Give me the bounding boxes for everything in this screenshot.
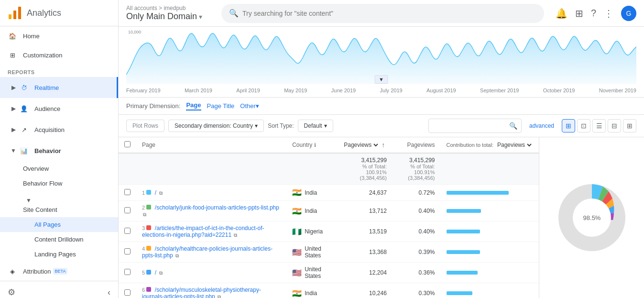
row6-link-icon[interactable]: ⧉: [218, 294, 221, 298]
month-may: May 2019: [284, 88, 307, 93]
row4-num-page: 4 /scholarly/healthcare-policies-journal…: [136, 242, 286, 263]
sidebar-sub-overview[interactable]: Overview: [0, 161, 118, 176]
chart-dropdown-btn[interactable]: ▼: [374, 75, 388, 84]
overview-label: Overview: [23, 165, 49, 172]
sidebar-sub-site-content[interactable]: ▼ Site Content: [0, 191, 118, 217]
data-table: Page Country ℹ Pageviews: [119, 137, 539, 298]
row3-link-icon[interactable]: ⧉: [234, 232, 237, 238]
realtime-collapse-icon[interactable]: ▶: [8, 82, 19, 93]
other-chevron-icon: ▾: [256, 102, 259, 110]
table-row: 2 /scholarly/junk-food-journals-articles…: [119, 201, 539, 221]
advanced-link[interactable]: advanced: [529, 122, 554, 129]
table-search-icon[interactable]: 🔍: [509, 122, 517, 130]
realtime-icon: ⏱: [19, 83, 29, 92]
row4-checkbox[interactable]: [124, 248, 131, 254]
row1-checkbox[interactable]: [124, 189, 131, 195]
pivot-view-icon[interactable]: ⊟: [608, 119, 621, 132]
site-content-collapse-icon[interactable]: ▼: [23, 195, 34, 206]
row5-checkbox[interactable]: [124, 269, 131, 275]
row1-page-link[interactable]: /: [155, 189, 156, 196]
row1-link-icon[interactable]: ⧉: [159, 190, 163, 196]
compare-view-icon[interactable]: ⊡: [577, 119, 590, 132]
sidebar-item-customization[interactable]: ⊞ Customization: [0, 45, 118, 65]
sort-type-select[interactable]: Default ▾: [298, 120, 333, 132]
row3-bar: [441, 221, 539, 242]
row1-pct: 0.72%: [393, 185, 441, 201]
dim-other-dropdown[interactable]: Other ▾: [240, 102, 259, 110]
table-row: 1 / ⧉ 🇮🇳 India 24,63: [119, 185, 539, 201]
row4-link-icon[interactable]: ⧉: [175, 253, 179, 258]
plot-rows-button[interactable]: Plot Rows: [126, 120, 164, 132]
sidebar-item-realtime-label: Realtime: [34, 84, 59, 91]
sidebar-sub-content-drilldown[interactable]: Content Drilldown: [0, 232, 118, 247]
sidebar-sub-landing-pages[interactable]: Landing Pages: [0, 247, 118, 262]
pie-container: 98.5%: [549, 137, 635, 298]
list-view-icon[interactable]: ☰: [592, 119, 606, 132]
svg-rect-0: [9, 14, 11, 19]
main-content: All accounts > imedpub Only Main Domain …: [119, 0, 644, 298]
row2-page-link[interactable]: /scholarly/junk-food-journals-articles-p…: [155, 204, 279, 211]
row5-num-page: 5 / ⧉: [136, 263, 286, 283]
row1-country-name: India: [305, 189, 317, 196]
row3-checkbox[interactable]: [124, 228, 131, 234]
row6-checkbox[interactable]: [124, 289, 131, 296]
secondary-dim-chevron-icon: ▾: [255, 122, 258, 129]
row2-link-icon[interactable]: ⧉: [143, 212, 146, 217]
dim-page-link[interactable]: Page: [186, 101, 201, 110]
th-contribution: Contribution to total: Pageviews: [441, 137, 539, 153]
behavior-collapse-icon[interactable]: ▼: [8, 145, 19, 156]
avatar[interactable]: G: [621, 6, 636, 21]
row3-pct: 0.40%: [393, 221, 441, 242]
row4-page-link[interactable]: /scholarly/healthcare-policies-journals-…: [142, 245, 273, 259]
sidebar-item-audience[interactable]: ▶ 👤 Audience: [0, 98, 118, 119]
row3-country-name: Nigeria: [305, 228, 323, 235]
all-pages-label: All Pages: [34, 221, 61, 228]
sidebar-item-audience-label: Audience: [34, 105, 60, 112]
row3-bar-fill: [447, 230, 480, 233]
pageviews-metric-select[interactable]: Pageviews: [342, 141, 380, 149]
more-icon[interactable]: ⋮: [604, 8, 613, 19]
sidebar-item-behavior[interactable]: ▼ 📊 Behavior: [0, 140, 118, 161]
table-search-input[interactable]: [433, 122, 509, 129]
dim-page-title-link[interactable]: Page Title: [207, 102, 235, 110]
row5-country: 🇺🇸 United States: [286, 263, 336, 283]
sidebar-item-attribution[interactable]: ◈ Attribution BETA: [0, 262, 118, 281]
row3-page-link[interactable]: /articles/the-impact-of-ict-in-the-condu…: [142, 225, 264, 238]
attribution-icon: ◈: [8, 266, 17, 276]
audience-collapse-icon[interactable]: ▶: [8, 103, 19, 114]
beta-badge: BETA: [53, 268, 68, 275]
sidebar-item-home[interactable]: 🏠 Home: [0, 26, 118, 45]
search-input[interactable]: [242, 10, 536, 17]
sidebar-item-acquisition[interactable]: ▶ ↗ Acquisition: [0, 119, 118, 140]
row1-bar-fill: [447, 191, 509, 195]
sidebar-collapse-icon[interactable]: ‹: [108, 287, 110, 298]
row6-page-link[interactable]: /scholarly/musculoskeletal-physiotherapy…: [142, 287, 261, 298]
secondary-dim-select[interactable]: Secondary dimension: Country ▾: [168, 120, 264, 132]
month-feb: February 2019: [126, 88, 161, 93]
sidebar-item-realtime[interactable]: ▶ ⏱ Realtime: [0, 77, 118, 98]
sidebar-sub-all-pages[interactable]: All Pages: [0, 217, 118, 232]
table-search[interactable]: 🔍: [428, 119, 522, 133]
country-info-icon[interactable]: ℹ: [314, 142, 316, 148]
notifications-icon[interactable]: 🔔: [556, 8, 568, 19]
row5-link-icon[interactable]: ⧉: [159, 270, 163, 276]
month-sep: September 2019: [480, 88, 519, 93]
home-icon: 🏠: [8, 31, 17, 41]
select-all-checkbox[interactable]: [124, 141, 131, 147]
svg-rect-1: [13, 11, 16, 19]
row2-checkbox[interactable]: [124, 207, 131, 213]
grid-view-icon[interactable]: ⊞: [562, 119, 575, 132]
row4-country-name: United States: [305, 245, 330, 259]
row5-page-link[interactable]: /: [155, 269, 156, 276]
apps-icon[interactable]: ⊞: [575, 8, 583, 19]
settings-icon[interactable]: ⚙: [8, 287, 15, 298]
sidebar-sub-behavior-flow[interactable]: Behavior Flow: [0, 176, 118, 191]
acquisition-collapse-icon[interactable]: ▶: [8, 124, 19, 135]
custom-view-icon[interactable]: ⊞: [623, 119, 636, 132]
sort-asc-icon[interactable]: ↑: [382, 141, 385, 149]
domain-selector[interactable]: Only Main Domain ▾: [126, 11, 202, 22]
global-search-bar[interactable]: 🔍: [221, 4, 544, 23]
contribution-metric-select[interactable]: Pageviews: [495, 141, 533, 149]
help-icon[interactable]: ?: [591, 8, 596, 19]
th-pageviews-selector[interactable]: Pageviews ↑: [336, 137, 393, 153]
